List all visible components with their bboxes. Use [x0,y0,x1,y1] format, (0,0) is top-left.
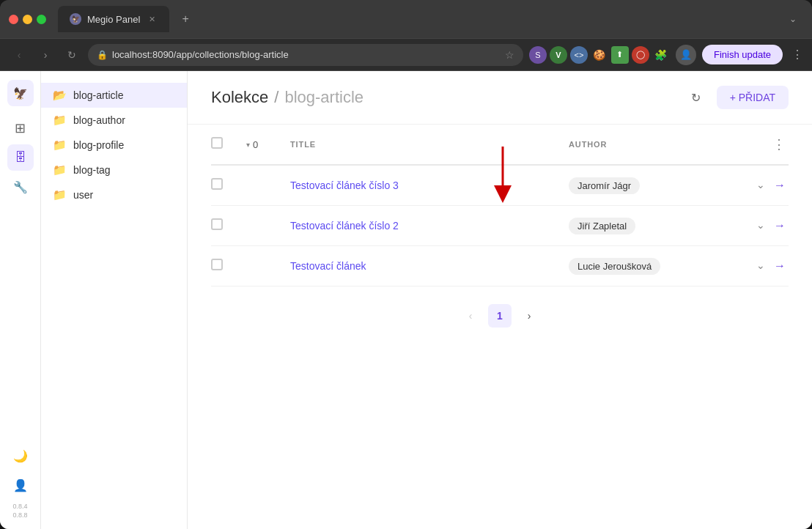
current-page-button[interactable]: 1 [488,304,512,328]
sidebar-icon-invite-user[interactable]: 👤 [7,473,34,499]
icon-sidebar: 🦅 ⊞ 🗄 🔧 🌙 👤 0.8.4 0.8.8 [0,71,41,529]
nav-item-blog-author[interactable]: 📁 blog-author [41,108,187,133]
actions-column-header: ⋮ [715,133,789,155]
logo-symbol: 🦅 [13,86,28,100]
prev-icon: ‹ [469,310,473,322]
column-more-button[interactable]: ⋮ [769,133,789,155]
sidebar-icon-database[interactable]: 🗄 [7,144,34,171]
header-order-col: ▾ 0 [246,139,290,150]
ext-icon-2[interactable]: V [550,46,567,64]
sidebar-icon-home[interactable]: ⊞ [7,115,34,141]
main-content: Kolekce / blog-article ↻ + PŘIDAT [188,71,812,529]
title-column-header: TITLE [290,140,569,149]
bookmark-icon[interactable]: ☆ [505,49,514,61]
folder-icon: 📁 [53,163,66,177]
row-checkbox[interactable] [211,259,223,270]
nav-item-label: blog-article [73,89,123,101]
row-checkbox-col [211,178,246,193]
nav-item-label: blog-profile [73,139,124,151]
ext-icon-6[interactable]: ◯ [632,46,649,64]
order-badge[interactable]: ▾ 0 [246,139,290,150]
table-area: ▾ 0 TITLE AUTHOR ⋮ [188,125,812,529]
author-column-header: AUTHOR [569,140,715,149]
page-header: Kolekce / blog-article ↻ + PŘIDAT [188,71,812,125]
logo-icon[interactable]: 🦅 [7,80,34,106]
nav-item-blog-article[interactable]: 📂 blog-article [41,83,187,108]
row-checkbox-col [211,259,246,273]
next-page-button[interactable]: › [517,304,541,328]
sidebar-icon-tools[interactable]: 🔧 [7,174,34,200]
author-badge: Jiří Zapletal [569,218,635,234]
row-actions-col: ⌄ → [715,176,789,195]
table-row: Testovací článek číslo 2 Jiří Zapletal ⌄… [211,206,789,246]
row-expand-button[interactable]: ⌄ [753,256,768,275]
header-actions: ↻ + PŘIDAT [684,86,789,109]
pagination: ‹ 1 › [211,286,789,345]
row-author-col: Lucie Jeroušková [569,258,715,275]
row-author-col: Jiří Zapletal [569,218,715,234]
back-button[interactable]: ‹ [9,45,29,65]
breadcrumb: Kolekce / blog-article [211,88,363,107]
profile-avatar[interactable]: 👤 [676,45,696,65]
lock-icon: 🔒 [97,50,108,60]
minimize-button[interactable] [23,15,32,24]
add-button[interactable]: + PŘIDAT [717,86,789,109]
prev-page-button[interactable]: ‹ [459,304,482,328]
ext-icon-7[interactable]: 🧩 [652,46,670,64]
order-count: 0 [253,139,258,150]
folder-icon: 📁 [53,188,66,201]
breadcrumb-root: Kolekce [211,88,268,107]
row-checkbox[interactable] [211,218,223,230]
row-title-col: Testovací článek číslo 3 [290,179,569,192]
ext-icon-1[interactable]: S [529,46,547,64]
maximize-button[interactable] [37,15,46,24]
browser-more-button[interactable]: ⋮ [791,48,803,62]
ext-icon-4[interactable]: 🍪 [591,46,608,64]
ext-icon-5[interactable]: ⬆ [611,46,629,64]
select-all-checkbox[interactable] [211,137,223,149]
nav-item-blog-profile[interactable]: 📁 blog-profile [41,133,187,158]
tab-favicon: 🦅 [70,13,81,25]
refresh-button[interactable]: ↻ [684,86,708,109]
row-expand-button[interactable]: ⌄ [753,176,768,195]
forward-button[interactable]: › [35,45,56,65]
finish-update-button[interactable]: Finish update [702,45,783,64]
ext-icon-3[interactable]: <> [570,46,588,64]
traffic-lights [9,15,46,24]
address-text: localhost:8090/app/collections/blog-arti… [112,49,501,60]
tab-title: Megio Panel [87,14,140,25]
row-author-col: Jaromír Jágr [569,177,715,194]
new-tab-button[interactable]: + [175,9,196,29]
nav-item-blog-tag[interactable]: 📁 blog-tag [41,158,187,182]
row-checkbox-col [211,218,246,233]
row-detail-button[interactable]: → [771,176,789,195]
app-content: 🦅 ⊞ 🗄 🔧 🌙 👤 0.8.4 0.8.8 📂 blog-article [0,70,812,529]
row-actions-col: ⌄ → [715,256,789,275]
row-detail-button[interactable]: → [771,256,789,275]
address-input[interactable]: 🔒 localhost:8090/app/collections/blog-ar… [88,44,523,66]
row-checkbox[interactable] [211,178,223,190]
tab-close-button[interactable]: ✕ [146,13,158,25]
folder-icon: 📁 [53,114,66,127]
table-container: ▾ 0 TITLE AUTHOR ⋮ [188,125,812,529]
nav-item-user[interactable]: 📁 user [41,182,187,207]
browser-window: 🦅 Megio Panel ✕ + ⌄ ‹ › ↻ 🔒 localhost:80… [0,0,812,529]
row-title-link[interactable]: Testovací článek [290,260,366,272]
reload-button[interactable]: ↻ [62,45,82,65]
close-button[interactable] [9,15,18,24]
row-title-link[interactable]: Testovací článek číslo 3 [290,180,399,191]
folder-icon: 📁 [53,138,66,152]
row-title-link[interactable]: Testovací článek číslo 2 [290,220,399,232]
table-header: ▾ 0 TITLE AUTHOR ⋮ [211,125,789,166]
tab-expand-button[interactable]: ⌄ [783,9,803,29]
sidebar-bottom: 🌙 👤 0.8.4 0.8.8 [7,437,34,520]
nav-item-label: user [73,189,93,201]
active-tab[interactable]: 🦅 Megio Panel ✕ [58,6,169,32]
version-label: 0.8.4 0.8.8 [12,502,27,520]
table-row: Testovací článek Lucie Jeroušková ⌄ → [211,246,789,286]
row-expand-button[interactable]: ⌄ [753,216,768,235]
row-detail-button[interactable]: → [771,216,789,235]
sidebar-icon-darkmode[interactable]: 🌙 [7,443,34,470]
table-row: Testovací článek číslo 3 Jaromír Jágr ⌄ … [211,166,789,206]
row-title-col: Testovací článek [290,259,569,273]
